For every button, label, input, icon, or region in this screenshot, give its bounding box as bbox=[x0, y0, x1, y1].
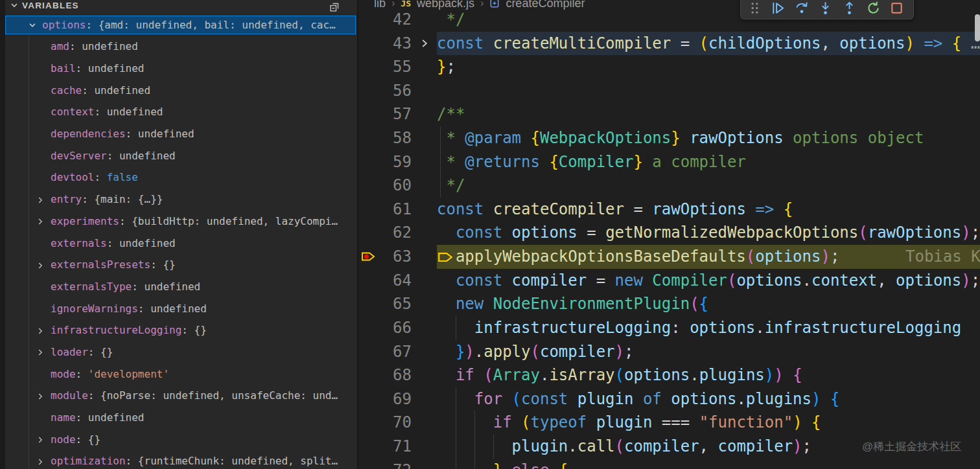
breakpoint-gutter[interactable] bbox=[358, 340, 378, 364]
line-number[interactable]: 58 bbox=[378, 126, 412, 150]
line-number[interactable]: 68 bbox=[378, 363, 412, 387]
variable-row-externals[interactable]: externals: undefined bbox=[5, 232, 357, 254]
stop-button[interactable] bbox=[889, 0, 905, 16]
line-number[interactable]: 55 bbox=[378, 55, 412, 79]
variable-row-optimization[interactable]: optimization: {runtimeChunk: undefined, … bbox=[5, 450, 357, 469]
scrollbar-thumb[interactable] bbox=[975, 14, 980, 41]
breakpoint-gutter[interactable] bbox=[358, 150, 378, 174]
code-text[interactable]: }; bbox=[437, 55, 980, 79]
code-text[interactable]: new NodeEnvironmentPlugin({ bbox=[437, 292, 980, 316]
variable-row-loader[interactable]: loader: {} bbox=[5, 341, 357, 363]
code-text[interactable]: */ bbox=[437, 174, 980, 198]
code-text[interactable]: } else { bbox=[437, 459, 980, 469]
current-execution-line[interactable]: applyWebpackOptionsBaseDefaults(options)… bbox=[437, 245, 980, 269]
variable-row-bail[interactable]: bail: undefined bbox=[5, 58, 357, 80]
variable-row-experiments[interactable]: experiments: {buildHttp: undefined, lazy… bbox=[5, 211, 357, 233]
variable-row-ignoreWarnings[interactable]: ignoreWarnings: undefined bbox=[5, 297, 357, 319]
variable-row-devtool[interactable]: devtool: false bbox=[5, 166, 357, 189]
line-number[interactable]: 65 bbox=[378, 292, 412, 316]
breakpoint-gutter[interactable] bbox=[358, 8, 378, 32]
chevron-right-icon[interactable] bbox=[36, 326, 45, 335]
variable-row-infrastructureLogging[interactable]: infrastructureLogging: {} bbox=[5, 319, 357, 341]
variable-row-node[interactable]: node: {} bbox=[5, 428, 357, 450]
line-number[interactable]: 62 bbox=[378, 221, 412, 245]
continue-button[interactable] bbox=[770, 0, 787, 16]
breakpoint-gutter[interactable] bbox=[358, 387, 378, 411]
code-text[interactable]: const createMultiCompiler = (childOption… bbox=[437, 32, 980, 56]
breakpoint-gutter[interactable] bbox=[358, 79, 378, 103]
breakpoint-gutter[interactable] bbox=[358, 55, 378, 79]
breakpoint-gutter[interactable] bbox=[358, 411, 378, 435]
line-number[interactable]: 63 bbox=[378, 245, 412, 269]
variable-row-name[interactable]: name: undefined bbox=[5, 407, 357, 429]
breakpoint-gutter[interactable] bbox=[358, 126, 378, 150]
breakpoint-gutter[interactable] bbox=[358, 221, 378, 245]
code-text[interactable]: /** bbox=[437, 102, 980, 126]
restart-button[interactable] bbox=[865, 0, 881, 16]
breakpoint-gutter[interactable] bbox=[358, 102, 378, 126]
step-into-button[interactable] bbox=[817, 0, 834, 16]
line-number[interactable]: 64 bbox=[378, 269, 412, 293]
line-number[interactable]: 72 bbox=[378, 459, 412, 469]
variable-row-externalsPresets[interactable]: externalsPresets: {} bbox=[5, 254, 357, 276]
variable-row-devServer[interactable]: devServer: undefined bbox=[5, 144, 357, 166]
variable-name: name bbox=[51, 411, 76, 424]
breakpoint-gutter[interactable] bbox=[358, 363, 378, 387]
step-out-button[interactable] bbox=[841, 0, 858, 16]
code-text[interactable]: const compiler = new Compiler(options.co… bbox=[437, 269, 980, 293]
code-text[interactable]: if (Array.isArray(options.plugins)) { bbox=[437, 363, 980, 387]
step-over-button[interactable] bbox=[793, 0, 810, 16]
collapse-all-icon[interactable] bbox=[329, 1, 340, 13]
variable-row-context[interactable]: context: undefined bbox=[5, 101, 357, 123]
code-text[interactable]: * @returns {Compiler} a compiler bbox=[437, 150, 980, 174]
chevron-right-icon[interactable] bbox=[36, 216, 45, 225]
breakpoint-gutter[interactable] bbox=[358, 269, 378, 293]
breakpoint-gutter[interactable] bbox=[358, 198, 378, 222]
line-number[interactable]: 56 bbox=[378, 79, 412, 103]
line-number[interactable]: 57 bbox=[378, 102, 412, 126]
line-number[interactable]: 71 bbox=[378, 435, 412, 459]
breakpoint-gutter[interactable] bbox=[358, 174, 378, 198]
chevron-right-icon[interactable] bbox=[36, 391, 45, 400]
variable-row-dependencies[interactable]: dependencies: undefined bbox=[5, 123, 357, 145]
variable-row-mode[interactable]: mode: 'development' bbox=[5, 363, 357, 385]
breakpoint-gutter[interactable] bbox=[358, 435, 378, 459]
line-number[interactable]: 70 bbox=[378, 411, 412, 435]
chevron-right-icon[interactable] bbox=[36, 347, 45, 356]
line-number[interactable]: 60 bbox=[378, 174, 412, 198]
chevron-right-icon[interactable] bbox=[36, 457, 45, 466]
code-text[interactable]: for (const plugin of options.plugins) { bbox=[437, 387, 980, 411]
breakpoint-gutter[interactable] bbox=[358, 32, 378, 56]
chevron-right-icon[interactable] bbox=[36, 195, 45, 204]
breakpoint-gutter[interactable] bbox=[358, 316, 378, 340]
line-number[interactable]: 67 bbox=[378, 340, 412, 364]
fold-chevron-icon[interactable] bbox=[412, 32, 437, 56]
breakpoint-gutter[interactable] bbox=[358, 292, 378, 316]
line-number[interactable]: 69 bbox=[378, 387, 412, 411]
line-number[interactable]: 59 bbox=[378, 150, 412, 174]
breakpoint-gutter[interactable] bbox=[358, 459, 378, 469]
variable-row-amd[interactable]: amd: undefined bbox=[5, 36, 357, 58]
chevron-right-icon[interactable] bbox=[36, 260, 45, 269]
line-number[interactable]: 42 bbox=[378, 8, 412, 32]
code-text[interactable]: infrastructureLogging: options.infrastru… bbox=[437, 316, 980, 340]
line-number[interactable]: 61 bbox=[378, 198, 412, 222]
line-number[interactable]: 66 bbox=[378, 316, 412, 340]
variable-row-module[interactable]: module: {noParse: undefined, unsafeCache… bbox=[5, 385, 357, 407]
variable-row-externalsType[interactable]: externalsType: undefined bbox=[5, 276, 357, 298]
code-text[interactable]: * @param {WebpackOptions} rawOptions opt… bbox=[437, 126, 980, 150]
code-text[interactable]: }).apply(compiler); bbox=[437, 340, 980, 364]
variable-row-cache[interactable]: cache: undefined bbox=[5, 79, 357, 101]
code-text[interactable] bbox=[437, 79, 980, 103]
variable-row-options-selected[interactable]: options: {amd: undefined, bail: undefine… bbox=[5, 16, 356, 34]
code-text[interactable]: if (typeof plugin === "function") { bbox=[437, 411, 980, 435]
line-number[interactable]: 43 bbox=[378, 32, 412, 56]
breakpoint-current-line-icon[interactable] bbox=[358, 245, 378, 269]
chevron-right-icon[interactable] bbox=[36, 435, 45, 444]
drag-handle[interactable] bbox=[746, 0, 763, 16]
code-text[interactable]: const options = getNormalizedWebpackOpti… bbox=[437, 221, 980, 245]
variable-row-entry[interactable]: entry: {main: {…}} bbox=[5, 189, 357, 211]
variables-panel-header[interactable]: VARIABLES bbox=[5, 0, 357, 14]
variable-value: {noParse: undefined, unsafeCache: und… bbox=[100, 389, 338, 402]
code-text[interactable]: const createCompiler = rawOptions => { bbox=[437, 198, 980, 222]
